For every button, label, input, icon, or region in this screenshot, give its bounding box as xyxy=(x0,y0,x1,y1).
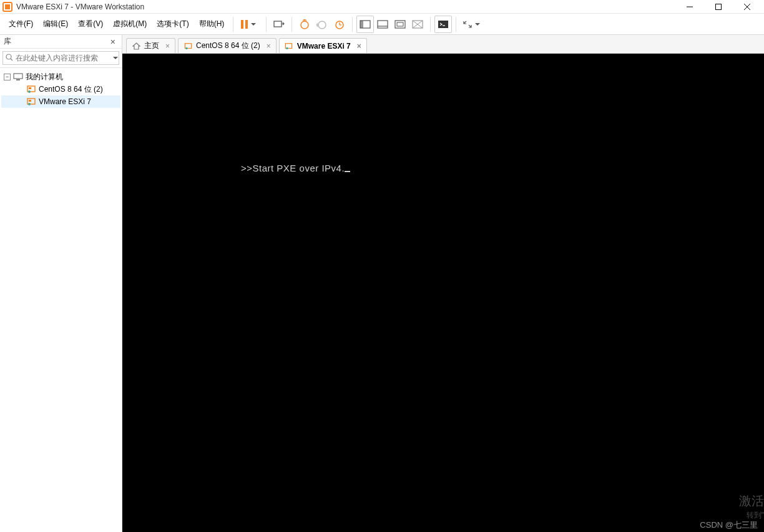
tree-root-label: 我的计算机 xyxy=(26,72,63,82)
tree-item-label: VMware ESXi 7 xyxy=(39,97,91,106)
separator xyxy=(456,17,456,32)
sidebar-search-row xyxy=(0,49,122,68)
snapshot-take-button[interactable] xyxy=(296,16,313,33)
svg-rect-6 xyxy=(241,20,243,29)
vm-icon xyxy=(184,42,192,51)
chevron-down-icon xyxy=(251,23,256,26)
tree-item-label: CentOS 8 64 位 (2) xyxy=(39,84,103,95)
titlebar: VMware ESXi 7 - VMware Workstation xyxy=(0,0,764,14)
svg-rect-19 xyxy=(397,22,403,26)
stretch-guest-button[interactable] xyxy=(460,16,485,33)
svg-point-31 xyxy=(28,90,31,93)
sidebar: 库 × − 我的计算机 xyxy=(0,35,122,532)
sidebar-header: 库 × xyxy=(0,35,122,49)
svg-rect-7 xyxy=(245,20,248,29)
search-input[interactable] xyxy=(16,54,109,62)
sidebar-title: 库 xyxy=(4,36,108,47)
view-single-button[interactable] xyxy=(374,16,391,33)
tree-root-my-computer[interactable]: − 我的计算机 xyxy=(1,70,120,83)
view-unity-button[interactable] xyxy=(409,16,426,33)
svg-rect-23 xyxy=(438,21,448,28)
window-controls xyxy=(675,0,762,14)
menu-edit[interactable]: 编辑(E) xyxy=(38,16,73,32)
sidebar-close-button[interactable]: × xyxy=(108,37,118,47)
close-button[interactable] xyxy=(733,0,762,14)
separator xyxy=(233,17,233,32)
pause-button[interactable] xyxy=(237,16,262,33)
cursor-icon xyxy=(345,171,350,172)
separator xyxy=(352,17,353,32)
tab-close-button[interactable]: × xyxy=(267,42,271,51)
vm-icon xyxy=(285,42,293,51)
svg-point-36 xyxy=(185,47,187,49)
console-output: >>Start PXE over IPv4. xyxy=(241,163,350,173)
menu-view[interactable]: 查看(V) xyxy=(73,16,108,32)
svg-rect-3 xyxy=(716,4,722,9)
snapshot-revert-button[interactable] xyxy=(313,16,331,33)
tree-item-esxi[interactable]: VMware ESXi 7 xyxy=(1,95,120,108)
home-icon xyxy=(132,42,140,51)
tab-esxi[interactable]: VMware ESXi 7 × xyxy=(279,38,367,53)
view-sidebar-button[interactable] xyxy=(356,16,374,33)
menubar: 文件(F) 编辑(E) 查看(V) 虚拟机(M) 选项卡(T) 帮助(H) xyxy=(0,14,764,35)
svg-point-38 xyxy=(286,47,288,49)
window-title: VMware ESXi 7 - VMware Workstation xyxy=(16,2,675,11)
tree-collapse-icon[interactable]: − xyxy=(4,74,11,80)
svg-rect-18 xyxy=(395,21,405,28)
svg-rect-30 xyxy=(29,87,31,89)
minimize-button[interactable] xyxy=(675,0,704,14)
separator xyxy=(291,17,292,32)
separator xyxy=(266,17,267,32)
tab-label: VMware ESXi 7 xyxy=(297,42,351,51)
separator xyxy=(430,17,431,32)
tab-label: CentOS 8 64 位 (2) xyxy=(196,41,260,51)
send-ctrl-alt-del-button[interactable] xyxy=(270,16,288,33)
svg-point-34 xyxy=(28,103,31,105)
menu-vm[interactable]: 虚拟机(M) xyxy=(108,16,152,32)
svg-rect-8 xyxy=(274,21,282,27)
console-view-button[interactable] xyxy=(434,16,452,33)
svg-rect-1 xyxy=(5,4,10,9)
tab-close-button[interactable]: × xyxy=(357,42,361,51)
svg-point-10 xyxy=(318,21,326,29)
sidebar-tree: − 我的计算机 CentOS 8 64 位 (2) VMware ESXi 7 xyxy=(0,68,122,110)
tab-home[interactable]: 主页 × xyxy=(126,38,175,53)
svg-rect-33 xyxy=(29,100,31,102)
app-icon xyxy=(2,2,12,12)
menu-tabs[interactable]: 选项卡(T) xyxy=(152,16,193,32)
svg-line-26 xyxy=(11,59,12,60)
tab-close-button[interactable]: × xyxy=(165,42,170,51)
computer-icon xyxy=(13,72,23,81)
vm-icon xyxy=(26,85,36,94)
svg-rect-27 xyxy=(14,74,22,79)
tab-bar: 主页 × CentOS 8 64 位 (2) × VMware ESXi 7 × xyxy=(122,35,764,54)
main-area: 库 × − 我的计算机 xyxy=(0,35,764,532)
svg-rect-16 xyxy=(378,21,388,28)
content-area: 主页 × CentOS 8 64 位 (2) × VMware ESXi 7 ×… xyxy=(122,35,764,532)
tab-centos[interactable]: CentOS 8 64 位 (2) × xyxy=(178,38,277,53)
menu-help[interactable]: 帮助(H) xyxy=(194,16,230,32)
svg-rect-15 xyxy=(360,21,363,28)
tree-item-centos[interactable]: CentOS 8 64 位 (2) xyxy=(1,83,120,95)
snapshot-manager-button[interactable] xyxy=(331,16,348,33)
chevron-down-icon xyxy=(475,23,480,26)
search-icon xyxy=(6,54,13,63)
tab-label: 主页 xyxy=(144,41,159,51)
view-fullscreen-button[interactable] xyxy=(391,16,409,33)
vm-icon xyxy=(26,97,36,106)
svg-point-25 xyxy=(6,54,11,59)
menu-file[interactable]: 文件(F) xyxy=(4,16,38,32)
svg-point-9 xyxy=(301,21,308,29)
vm-console[interactable]: >>Start PXE over IPv4. xyxy=(122,54,764,532)
search-dropdown-icon[interactable] xyxy=(112,57,118,59)
sidebar-search[interactable] xyxy=(2,51,119,65)
maximize-button[interactable] xyxy=(704,0,733,14)
